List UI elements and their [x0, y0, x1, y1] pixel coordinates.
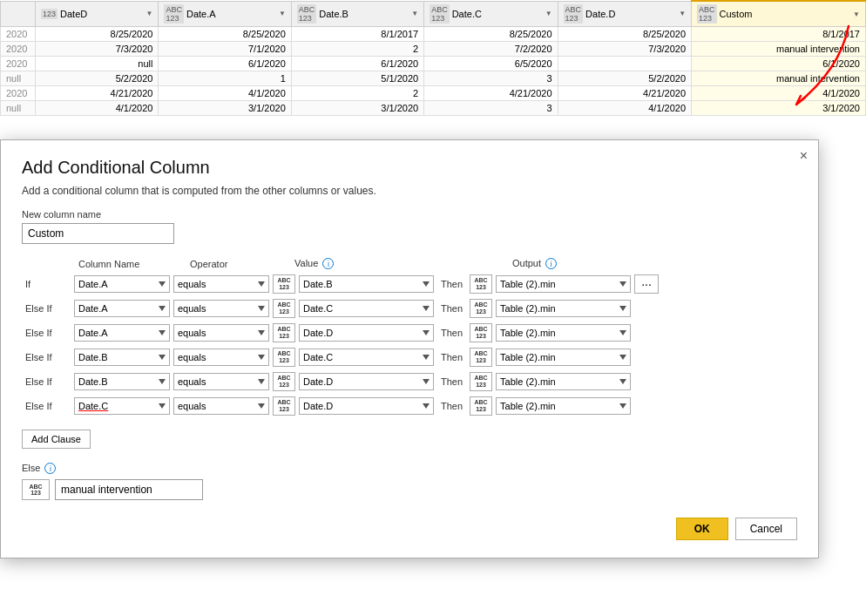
table-cell: 8/25/2020 — [424, 27, 558, 42]
condition-operator-select[interactable]: equalsdoes not equalis greater thanis le… — [173, 300, 269, 317]
table-row-num: null — [1, 101, 36, 116]
condition-value-select[interactable]: Date.BDate.CDate.DDate.A — [299, 300, 434, 317]
condition-value-select[interactable]: Date.BDate.CDate.DDate.A — [299, 324, 434, 342]
table-cell: 3/1/2020 — [692, 101, 866, 116]
condition-operator-select[interactable]: equalsdoes not equalis greater thanis le… — [173, 397, 269, 415]
table-cell: 8/1/2017 — [291, 27, 423, 42]
table-row-num: 2020 — [1, 57, 36, 71]
condition-more-button[interactable]: ··· — [634, 274, 659, 294]
condition-operator-select[interactable]: equalsdoes not equalis greater thanis le… — [173, 373, 269, 390]
col-dropdown-dateD2[interactable]: ▼ — [679, 10, 686, 17]
table-cell: null — [36, 57, 159, 71]
col-header-dateD2[interactable]: ABC123 Date.D ▼ — [558, 1, 691, 27]
table-cell: 3 — [424, 101, 558, 116]
condition-output-select[interactable]: Table (2).minTable (2).maxTable (2).avg — [496, 397, 631, 415]
table-cell: 4/1/2020 — [159, 86, 291, 101]
col-dropdown-dateB[interactable]: ▼ — [411, 10, 418, 17]
condition-output-type-button[interactable]: ABC123 — [470, 396, 492, 416]
col-label-dateD: DateD — [60, 9, 87, 19]
condition-column-select[interactable]: Date.ADate.BDate.CDate.D — [74, 324, 170, 342]
condition-output-type-button[interactable]: ABC123 — [470, 372, 492, 391]
table-cell: 8/25/2020 — [558, 27, 691, 42]
condition-row: Else IfDate.ADate.BDate.CDate.Dequalsdoe… — [22, 348, 797, 367]
condition-prefix: Else If — [22, 352, 71, 362]
output-info-icon: i — [545, 258, 557, 269]
col-label-custom: Custom — [720, 9, 753, 19]
condition-output-type-button[interactable]: ABC123 — [470, 274, 492, 294]
table-cell: manual intervention — [692, 42, 866, 57]
column-name-label: New column name — [22, 209, 797, 220]
else-row: ABC123 — [22, 479, 797, 500]
table-cell: 6/1/2020 — [291, 57, 423, 71]
table-row-num: 2020 — [1, 42, 36, 57]
col-header-dateC[interactable]: ABC123 Date.C ▼ — [424, 1, 558, 27]
table-cell: 3 — [424, 71, 558, 86]
else-value-input[interactable] — [55, 479, 203, 500]
condition-output-select[interactable]: Table (2).minTable (2).maxTable (2).avg — [496, 300, 631, 317]
condition-column-select[interactable]: Date.ADate.BDate.CDate.D — [74, 300, 170, 317]
condition-column-select[interactable]: Date.ADate.BDate.CDate.D — [74, 397, 170, 415]
condition-value-select[interactable]: Date.BDate.CDate.DDate.A — [299, 397, 434, 415]
table-cell: 3/1/2020 — [159, 101, 291, 116]
col-label-value: Value i — [294, 258, 469, 269]
add-clause-button[interactable]: Add Clause — [22, 430, 91, 449]
cancel-button[interactable]: Cancel — [735, 518, 797, 540]
condition-value-select[interactable]: Date.BDate.CDate.DDate.A — [299, 373, 434, 390]
condition-column-select[interactable]: Date.ADate.BDate.CDate.D — [74, 275, 170, 293]
condition-output-select[interactable]: Table (2).minTable (2).maxTable (2).avg — [496, 373, 631, 390]
col-header-dateA[interactable]: ABC123 Date.A ▼ — [159, 1, 291, 27]
table-cell: 6/5/2020 — [424, 57, 558, 71]
condition-value-type-button[interactable]: ABC123 — [273, 299, 295, 318]
dialog-close-button[interactable]: × — [800, 149, 808, 163]
else-info-icon: i — [44, 463, 56, 474]
ok-button[interactable]: OK — [676, 518, 728, 540]
condition-operator-select[interactable]: equalsdoes not equalis greater thanis le… — [173, 324, 269, 342]
condition-column-select[interactable]: Date.ADate.BDate.CDate.D — [74, 349, 170, 366]
table-cell: 8/25/2020 — [36, 27, 159, 42]
conditions-rows: IfDate.ADate.BDate.CDate.Dequalsdoes not… — [22, 274, 797, 416]
condition-operator-select[interactable]: equalsdoes not equalis greater thanis le… — [173, 349, 269, 366]
dialog-subtitle: Add a conditional column that is compute… — [22, 185, 797, 197]
col-label-dateD2: Date.D — [585, 9, 615, 19]
col-header-custom[interactable]: ABC123 Custom ▼ — [692, 1, 866, 27]
table-cell: 5/2/2020 — [36, 71, 159, 86]
table-cell: 2 — [291, 42, 423, 57]
condition-value-type-button[interactable]: ABC123 — [273, 396, 295, 416]
add-conditional-column-dialog: × Add Conditional Column Add a condition… — [0, 139, 819, 558]
else-type-icon-button[interactable]: ABC123 — [22, 479, 50, 500]
condition-value-type-button[interactable]: ABC123 — [273, 348, 295, 367]
col-dropdown-custom[interactable]: ▼ — [853, 10, 860, 18]
col-icon-dateD2: ABC123 — [564, 4, 584, 24]
col-label-column-name: Column Name — [78, 259, 183, 269]
col-dropdown-dateD[interactable]: ▼ — [146, 10, 153, 17]
table-cell: 3/1/2020 — [291, 101, 423, 116]
col-dropdown-dateA[interactable]: ▼ — [279, 10, 286, 17]
else-label: Else — [22, 463, 40, 473]
then-label: Then — [437, 401, 466, 411]
condition-operator-select[interactable]: equalsdoes not equalis greater thanis le… — [173, 275, 269, 293]
table-row-num: 2020 — [1, 27, 36, 42]
condition-output-type-button[interactable]: ABC123 — [470, 299, 492, 318]
condition-output-select[interactable]: Table (2).minTable (2).maxTable (2).avg — [496, 349, 631, 366]
then-label: Then — [437, 352, 466, 362]
table-cell: 4/1/2020 — [558, 101, 691, 116]
condition-value-select[interactable]: Date.BDate.CDate.DDate.A — [299, 275, 434, 293]
condition-value-type-button[interactable]: ABC123 — [273, 274, 295, 294]
table-cell: 4/21/2020 — [424, 86, 558, 101]
col-icon-dateD: 123 — [41, 9, 58, 19]
condition-value-type-button[interactable]: ABC123 — [273, 372, 295, 391]
conditions-header: Column Name Operator Value i Output i — [22, 258, 797, 269]
condition-column-select[interactable]: Date.ADate.BDate.CDate.D — [74, 373, 170, 390]
condition-output-type-button[interactable]: ABC123 — [470, 348, 492, 367]
condition-output-select[interactable]: Table (2).minTable (2).maxTable (2).avg — [496, 324, 631, 342]
col-header-dateB[interactable]: ABC123 Date.B ▼ — [291, 1, 423, 27]
table-cell: 7/3/2020 — [36, 42, 159, 57]
col-header-dateD[interactable]: 123 DateD ▼ — [36, 1, 159, 27]
col-dropdown-dateC[interactable]: ▼ — [545, 10, 552, 17]
condition-output-type-button[interactable]: ABC123 — [470, 323, 492, 342]
condition-value-type-button[interactable]: ABC123 — [273, 323, 295, 342]
condition-output-select[interactable]: Table (2).minTable (2).maxTable (2).avg — [496, 275, 631, 293]
table-cell — [558, 57, 691, 71]
condition-value-select[interactable]: Date.BDate.CDate.DDate.A — [299, 349, 434, 366]
column-name-input[interactable] — [22, 223, 174, 244]
